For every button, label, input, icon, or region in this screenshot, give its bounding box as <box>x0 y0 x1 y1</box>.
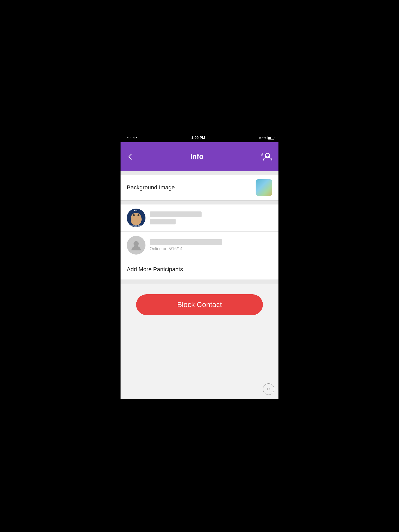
participant-1-name-blurred <box>150 211 202 217</box>
background-image-row[interactable]: Background Image <box>121 175 278 200</box>
block-contact-button[interactable]: Block Contact <box>136 294 263 315</box>
status-bar: iPad 1:09 PM 57% <box>121 133 278 142</box>
block-contact-section: Block Contact <box>121 284 278 325</box>
meme-text-top: BRO <box>127 210 145 211</box>
svg-point-2 <box>266 153 269 157</box>
battery-percent: 57% <box>259 136 266 140</box>
section-divider-block <box>121 280 278 284</box>
participant-2-status: Online on 5/16/14 <box>150 247 272 251</box>
back-button[interactable] <box>127 153 134 160</box>
battery-icon <box>268 136 274 139</box>
section-divider-top <box>121 171 278 175</box>
participant-row-1[interactable]: BRO WETIN CONCERN <box>121 204 278 232</box>
participant-2-info: Online on 5/16/14 <box>150 239 272 251</box>
participant-1-info <box>150 211 272 224</box>
section-divider-participants <box>121 200 278 204</box>
add-contact-icon: + <box>260 150 272 163</box>
add-participants-label: Add More Participants <box>127 266 183 273</box>
default-avatar-icon <box>130 239 142 251</box>
background-image-label: Background Image <box>127 184 256 191</box>
scale-badge[interactable]: 1X <box>263 383 274 395</box>
participant-1-sub-blurred <box>150 219 176 224</box>
add-contact-button[interactable]: + <box>260 150 272 163</box>
avatar-1: BRO WETIN CONCERN <box>127 209 145 227</box>
status-time: 1:09 PM <box>191 136 205 140</box>
status-left: iPad <box>125 136 137 140</box>
avatar-2 <box>127 236 145 255</box>
participant-2-name-blurred <box>150 239 222 245</box>
nav-bar: Info + <box>121 142 278 171</box>
svg-point-5 <box>134 241 139 246</box>
wifi-icon <box>133 136 137 139</box>
status-right: 57% <box>259 136 274 140</box>
content-area: Background Image BRO WETIN CONCERN <box>121 171 278 399</box>
device-label: iPad <box>125 136 131 140</box>
page-title: Info <box>190 152 203 161</box>
participant-row-2[interactable]: Online on 5/16/14 <box>121 232 278 259</box>
meme-text-bottom: WETIN CONCERN <box>127 225 145 227</box>
add-participants-row[interactable]: Add More Participants <box>121 259 278 280</box>
background-image-thumbnail[interactable] <box>256 179 272 196</box>
